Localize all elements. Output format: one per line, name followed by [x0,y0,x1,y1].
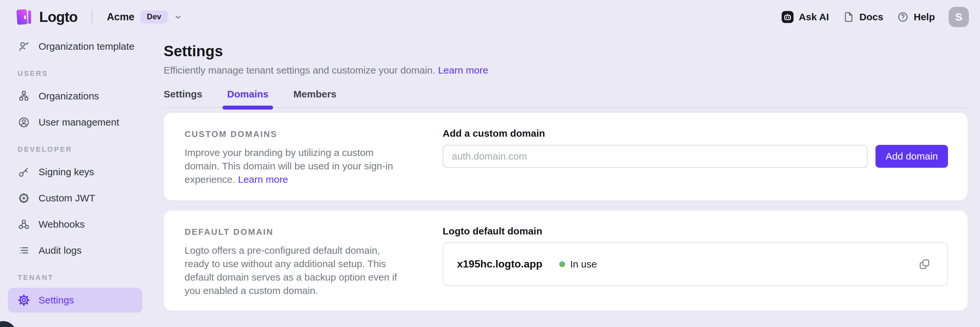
tab-members[interactable]: Members [293,88,336,101]
list-lines-icon [18,244,30,257]
user-avatar[interactable]: S [949,7,969,27]
tab-bar: Settings Domains Members [164,88,967,108]
default-domain-section-label: DEFAULT DOMAIN [185,227,442,237]
docs-button[interactable]: Docs [843,11,883,23]
logto-logo[interactable]: Logto [14,8,78,27]
docs-label: Docs [859,11,883,22]
custom-domains-section-label: CUSTOM DOMAINS [185,129,442,139]
sidebar-item-settings[interactable]: Settings [8,288,142,313]
topbar-divider [92,10,92,24]
ask-ai-robot-icon [781,11,794,23]
question-circle-icon [897,11,909,23]
sidebar: Organization template USERS Organization… [0,34,150,327]
gear-icon [18,294,30,306]
sidebar-item-audit-logs[interactable]: Audit logs [8,238,142,263]
topbar-actions: Ask AI Docs Help S [781,7,969,27]
status-label: In use [570,258,597,270]
default-domain-row: x195hc.logto.app In use [442,242,948,286]
tenant-env-badge: Dev [140,10,168,24]
brand-name: Logto [39,9,78,25]
sidebar-section-users: USERS [18,69,142,78]
page-title: Settings [164,43,967,59]
person-check-icon [18,40,30,53]
sidebar-item-organization-template[interactable]: Organization template [8,34,142,59]
sidebar-item-label: Signing keys [38,166,94,177]
topbar: Logto Acme Dev Ask AI [0,0,980,34]
default-domain-label: Logto default domain [442,226,948,237]
sidebar-item-label: User management [38,117,119,128]
domain-status-badge: In use [559,258,597,270]
status-dot-icon [559,261,565,267]
copy-icon [918,258,931,271]
custom-domains-card: CUSTOM DOMAINS Improve your branding by … [164,113,967,201]
tenant-name: Acme [107,11,134,23]
sidebar-item-signing-keys[interactable]: Signing keys [8,160,142,184]
sidebar-item-label: Organization template [38,41,135,52]
sidebar-item-label: Webhooks [38,219,84,230]
webhook-icon [18,218,30,231]
ask-ai-button[interactable]: Ask AI [781,11,829,23]
help-button[interactable]: Help [897,11,935,23]
tab-settings[interactable]: Settings [164,88,202,101]
add-domain-button[interactable]: Add domain [875,145,948,168]
sidebar-item-organizations[interactable]: Organizations [8,84,142,108]
hierarchy-icon [18,90,30,102]
custom-domains-description: Improve your branding by utilizing a cus… [185,146,400,186]
tab-domains[interactable]: Domains [227,88,269,101]
sidebar-item-label: Settings [38,295,74,306]
sidebar-item-label: Audit logs [38,245,82,256]
default-domain-card: DEFAULT DOMAIN Logto offers a pre-config… [164,211,967,311]
sidebar-item-user-management[interactable]: User management [8,110,142,135]
avatar-initial: S [955,11,962,23]
sidebar-item-label: Organizations [38,91,99,102]
user-circle-icon [18,116,30,129]
subtitle-learn-more-link[interactable]: Learn more [438,65,488,75]
sidebar-item-webhooks[interactable]: Webhooks [8,212,142,237]
sidebar-section-developer: DEVELOPER [18,145,142,154]
sidebar-item-custom-jwt[interactable]: Custom JWT [8,186,142,211]
custom-domains-learn-more-link[interactable]: Learn more [238,174,288,185]
custom-domain-input[interactable] [442,145,868,168]
main-content: Settings Efficiently manage tenant setti… [150,34,980,327]
document-icon [843,11,854,23]
ask-ai-label: Ask AI [799,11,829,22]
sidebar-section-tenant: TENANT [18,273,142,282]
add-custom-domain-label: Add a custom domain [442,128,948,139]
logto-logo-icon [14,8,33,27]
badge-plus-icon [18,192,30,204]
tenant-selector[interactable]: Acme Dev [107,10,182,24]
chevron-down-icon [174,13,182,21]
copy-domain-button[interactable] [918,258,931,271]
sidebar-item-label: Custom JWT [38,193,95,204]
key-icon [18,166,30,178]
default-domain-value: x195hc.logto.app [457,258,542,270]
default-domain-description: Logto offers a pre-configured default do… [185,244,400,297]
page-subtitle: Efficiently manage tenant settings and c… [164,64,967,77]
help-label: Help [914,11,935,22]
